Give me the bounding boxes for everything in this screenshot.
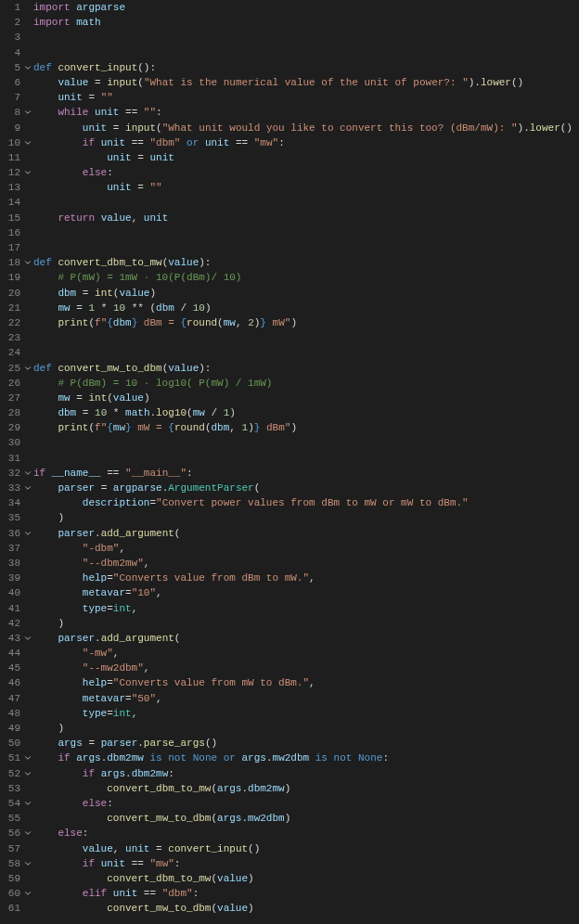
code-line[interactable]: ) bbox=[33, 510, 579, 525]
code-line[interactable]: help="Converts value from mW to dBm.", bbox=[33, 675, 579, 690]
line-number: 40 bbox=[8, 585, 22, 600]
code-line[interactable]: while unit == "": bbox=[33, 105, 579, 120]
gutter-line: 3 bbox=[0, 30, 33, 45]
code-line[interactable]: if args.dbm2mw: bbox=[33, 766, 579, 781]
code-line[interactable]: def convert_mw_to_dbm(value): bbox=[33, 361, 579, 376]
code-line[interactable]: args = parser.parse_args() bbox=[33, 736, 579, 751]
code-line[interactable] bbox=[33, 45, 579, 60]
gutter-line: 46 bbox=[0, 675, 33, 690]
code-editor[interactable]: 1234567891011121314151617181920212223242… bbox=[0, 0, 579, 916]
fold-chevron-icon[interactable] bbox=[22, 258, 33, 267]
fold-chevron-icon[interactable] bbox=[22, 889, 33, 898]
code-line[interactable]: parser = argparse.ArgumentParser( bbox=[33, 481, 579, 495]
code-line[interactable]: unit = unit bbox=[33, 150, 579, 165]
code-line[interactable]: parser.add_argument( bbox=[33, 526, 579, 541]
line-number: 7 bbox=[14, 90, 22, 105]
code-line[interactable]: dbm = 10 * math.log10(mw / 1) bbox=[33, 405, 579, 420]
gutter-line: 41 bbox=[0, 601, 33, 616]
code-line[interactable]: else: bbox=[33, 826, 579, 841]
gutter-line: 31 bbox=[0, 451, 33, 466]
line-number: 29 bbox=[8, 420, 22, 435]
code-line[interactable]: else: bbox=[33, 796, 579, 811]
code-line[interactable]: convert_dbm_to_mw(args.dbm2mw) bbox=[33, 781, 579, 796]
code-line[interactable]: return value, unit bbox=[33, 211, 579, 225]
code-line[interactable]: print(f"{mw} mW = {round(dbm, 1)} dBm") bbox=[33, 420, 579, 435]
fold-chevron-icon[interactable] bbox=[22, 468, 33, 478]
code-line[interactable] bbox=[33, 30, 579, 45]
code-line[interactable] bbox=[33, 330, 579, 345]
fold-chevron-icon[interactable] bbox=[22, 63, 33, 72]
fold-chevron-icon[interactable] bbox=[22, 138, 33, 148]
gutter-line: 10 bbox=[0, 135, 33, 150]
code-line[interactable]: convert_dbm_to_mw(value) bbox=[33, 871, 579, 886]
code-line[interactable]: metavar="10", bbox=[33, 585, 579, 600]
code-line[interactable]: unit = input("What unit would you like t… bbox=[33, 121, 579, 135]
code-line[interactable]: description="Convert power values from d… bbox=[33, 495, 579, 510]
code-line[interactable]: value, unit = convert_input() bbox=[33, 841, 579, 856]
code-line[interactable]: value = input("What is the numerical val… bbox=[33, 75, 579, 90]
code-line[interactable]: print(f"{dbm} dBm = {round(mw, 2)} mW") bbox=[33, 315, 579, 330]
code-line[interactable]: "-mw", bbox=[33, 646, 579, 661]
code-line[interactable] bbox=[33, 240, 579, 255]
fold-chevron-icon[interactable] bbox=[22, 483, 33, 493]
gutter-line: 2 bbox=[0, 15, 33, 30]
code-area[interactable]: import argparseimport mathdef convert_in… bbox=[33, 0, 579, 916]
code-line[interactable]: "--dbm2mw", bbox=[33, 556, 579, 571]
code-line[interactable] bbox=[33, 435, 579, 450]
line-number: 54 bbox=[8, 796, 22, 811]
code-line[interactable]: type=int, bbox=[33, 706, 579, 721]
code-line[interactable] bbox=[33, 195, 579, 210]
code-line[interactable]: if args.dbm2mw is not None or args.mw2db… bbox=[33, 751, 579, 765]
code-line[interactable]: ) bbox=[33, 721, 579, 736]
code-line[interactable]: def convert_dbm_to_mw(value): bbox=[33, 255, 579, 270]
code-line[interactable]: import math bbox=[33, 15, 579, 30]
line-number: 8 bbox=[14, 105, 22, 120]
code-line[interactable]: unit = "" bbox=[33, 90, 579, 105]
line-number: 23 bbox=[8, 330, 22, 345]
code-line[interactable]: else: bbox=[33, 165, 579, 180]
line-number: 10 bbox=[8, 135, 22, 150]
code-line[interactable]: parser.add_argument( bbox=[33, 631, 579, 646]
fold-chevron-icon[interactable] bbox=[22, 364, 33, 373]
gutter-line: 29 bbox=[0, 420, 33, 435]
code-line[interactable]: mw = 1 * 10 ** (dbm / 10) bbox=[33, 301, 579, 315]
code-line[interactable]: unit = "" bbox=[33, 180, 579, 195]
code-line[interactable]: if unit == "mw": bbox=[33, 856, 579, 871]
code-line[interactable]: dbm = int(value) bbox=[33, 286, 579, 301]
fold-chevron-icon[interactable] bbox=[22, 108, 33, 117]
code-line[interactable] bbox=[33, 225, 579, 240]
code-line[interactable]: def convert_input(): bbox=[33, 60, 579, 75]
line-number: 39 bbox=[8, 571, 22, 585]
code-line[interactable]: elif unit == "dbm": bbox=[33, 886, 579, 901]
fold-chevron-icon[interactable] bbox=[22, 769, 33, 778]
gutter-line: 9 bbox=[0, 121, 33, 135]
code-line[interactable]: help="Converts value from dBm to mW.", bbox=[33, 571, 579, 585]
gutter-line: 15 bbox=[0, 211, 33, 225]
code-line[interactable] bbox=[33, 345, 579, 360]
fold-chevron-icon[interactable] bbox=[22, 799, 33, 808]
gutter-line: 39 bbox=[0, 571, 33, 585]
code-line[interactable]: convert_mw_to_dbm(args.mw2dbm) bbox=[33, 811, 579, 826]
fold-chevron-icon[interactable] bbox=[22, 828, 33, 838]
code-line[interactable]: if __name__ == "__main__": bbox=[33, 466, 579, 481]
code-line[interactable]: # P(dBm) = 10 · log10( P(mW) / 1mW) bbox=[33, 376, 579, 391]
code-line[interactable]: ) bbox=[33, 616, 579, 631]
code-line[interactable]: "--mw2dbm", bbox=[33, 661, 579, 675]
fold-chevron-icon[interactable] bbox=[22, 859, 33, 868]
fold-chevron-icon[interactable] bbox=[22, 168, 33, 177]
code-line[interactable]: if unit == "dbm" or unit == "mw": bbox=[33, 135, 579, 150]
code-line[interactable]: metavar="50", bbox=[33, 691, 579, 706]
code-line[interactable]: "-dbm", bbox=[33, 541, 579, 556]
code-line[interactable] bbox=[33, 451, 579, 466]
line-number: 59 bbox=[8, 871, 22, 886]
code-line[interactable]: import argparse bbox=[33, 0, 579, 15]
fold-chevron-icon[interactable] bbox=[22, 634, 33, 643]
fold-chevron-icon[interactable] bbox=[22, 529, 33, 538]
fold-chevron-icon[interactable] bbox=[22, 753, 33, 763]
code-line[interactable]: convert_mw_to_dbm(value) bbox=[33, 901, 579, 916]
gutter-line: 20 bbox=[0, 286, 33, 301]
code-line[interactable]: # P(mW) = 1mW · 10(P(dBm)/ 10) bbox=[33, 270, 579, 285]
line-number: 19 bbox=[8, 270, 22, 285]
code-line[interactable]: type=int, bbox=[33, 601, 579, 616]
code-line[interactable]: mw = int(value) bbox=[33, 391, 579, 405]
